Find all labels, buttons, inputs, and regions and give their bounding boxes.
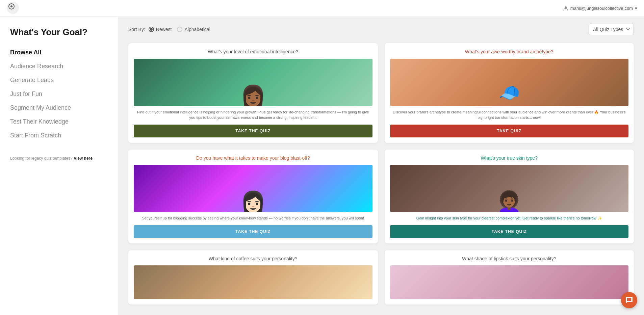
card-emotional-intelligence: What's your level of emotional intellige…	[128, 43, 378, 143]
quiz-type-select[interactable]: All Quiz Types Personality Assessment Sc…	[589, 24, 634, 35]
quiz-type-filter[interactable]: All Quiz Types Personality Assessment Sc…	[589, 24, 634, 35]
topnav: maris@junglesoulcollective.com ▾	[0, 0, 644, 17]
user-email: maris@junglesoulcollective.com	[570, 6, 633, 11]
card-lipstick-title: What shade of lipstick suits your person…	[390, 256, 629, 262]
card-emotional-image	[134, 59, 372, 106]
cards-grid: What's your level of emotional intellige…	[128, 43, 634, 305]
card-blog: Do you have what it takes to make your b…	[128, 150, 378, 243]
card-brand-archetype: What's your awe-worthy brand archetype? …	[385, 43, 634, 143]
legacy-text: Looking for legacy quiz templates?	[10, 156, 73, 161]
card-coffee-image	[134, 265, 372, 299]
card-coffee-title: What kind of coffee suits your personali…	[134, 256, 372, 262]
card-blog-btn[interactable]: TAKE THE QUIZ	[134, 225, 372, 238]
chat-widget[interactable]	[621, 292, 637, 308]
radio-alphabetical[interactable]	[177, 27, 182, 32]
sidebar-item-browse-all[interactable]: Browse All	[10, 46, 108, 59]
sort-alphabetical-label: Alphabetical	[184, 27, 210, 32]
svg-point-3	[565, 6, 567, 8]
sidebar-item-segment-audience[interactable]: Segment My Audience	[10, 101, 108, 115]
sort-by-label: Sort By:	[128, 27, 145, 32]
view-here-link[interactable]: View here	[74, 156, 93, 161]
card-coffee: What kind of coffee suits your personali…	[128, 250, 378, 305]
user-menu[interactable]: maris@junglesoulcollective.com ▾	[563, 6, 637, 11]
chevron-down-icon: ▾	[635, 6, 637, 11]
card-brand-desc: Discover your brand's archetype to creat…	[390, 109, 629, 121]
sort-options: Newest Alphabetical	[149, 27, 210, 32]
card-brand-btn[interactable]: TAKE QUIZ	[390, 125, 629, 137]
sidebar-footer: Looking for legacy quiz templates? View …	[10, 156, 108, 161]
svg-point-2	[10, 5, 12, 7]
sort-option-alphabetical[interactable]: Alphabetical	[177, 27, 210, 32]
sidebar-item-test-knowledge[interactable]: Test Their Knowledge	[10, 115, 108, 129]
sort-option-newest[interactable]: Newest	[149, 27, 172, 32]
card-emotional-btn[interactable]: TAKE THE QUIZ	[134, 125, 372, 137]
sort-left: Sort By: Newest Alphabetical	[128, 27, 210, 32]
sidebar: What's Your Goal? Browse All Audience Re…	[0, 17, 118, 315]
card-skin-image	[390, 165, 629, 212]
sort-bar: Sort By: Newest Alphabetical	[128, 24, 634, 35]
sidebar-item-audience-research[interactable]: Audience Research	[10, 59, 108, 73]
card-emotional-title: What's your level of emotional intellige…	[134, 49, 372, 55]
card-lipstick: What shade of lipstick suits your person…	[385, 250, 634, 305]
radio-newest[interactable]	[149, 27, 154, 32]
svg-point-0	[7, 2, 19, 14]
card-brand-title: What's your awe-worthy brand archetype?	[390, 49, 629, 55]
card-blog-desc: Set yourself up for blogging success by …	[134, 215, 372, 221]
card-lipstick-image	[390, 265, 629, 299]
sidebar-item-just-for-fun[interactable]: Just for Fun	[10, 87, 108, 101]
card-emotional-desc: Find out if your emotional intelligence …	[134, 109, 372, 121]
sidebar-title: What's Your Goal?	[10, 27, 108, 37]
main-content: Sort By: Newest Alphabetical	[118, 17, 644, 315]
card-skin-btn[interactable]: TAKE THE QUIZ	[390, 225, 629, 238]
card-blog-title: Do you have what it takes to make your b…	[134, 155, 372, 162]
sidebar-nav: Browse All Audience Research Generate Le…	[10, 46, 108, 142]
sidebar-item-generate-leads[interactable]: Generate Leads	[10, 73, 108, 87]
card-skin-title: What's your true skin type?	[390, 155, 629, 162]
card-brand-image	[390, 59, 629, 106]
logo[interactable]	[7, 2, 19, 15]
sort-newest-label: Newest	[156, 27, 172, 32]
card-skin-desc: Gain insight into your skin type for you…	[390, 215, 629, 221]
card-blog-image	[134, 165, 372, 212]
sidebar-item-start-scratch[interactable]: Start From Scratch	[10, 129, 108, 142]
card-skin-type: What's your true skin type? Gain insight…	[385, 150, 634, 243]
